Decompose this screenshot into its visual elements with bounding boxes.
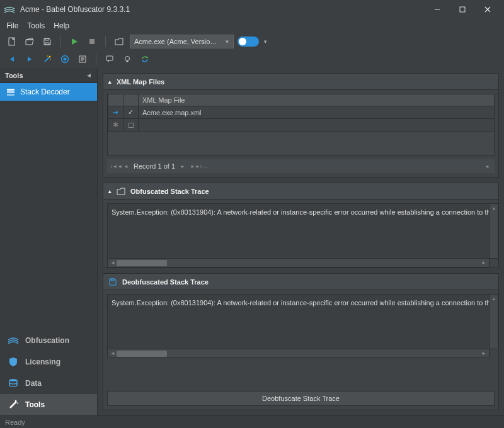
prev-record-button[interactable]: ◄ — [122, 164, 130, 169]
sidebar-title: Tools — [5, 72, 23, 79]
svg-marker-20 — [108, 60, 110, 62]
chevron-down-icon[interactable]: ▼ — [263, 39, 268, 45]
cell-filename: Acme.exe.map.xml — [138, 106, 494, 118]
grid-empty-area — [107, 132, 495, 155]
panel-title: XML Map Files — [117, 78, 164, 86]
svg-point-14 — [64, 58, 67, 61]
record-indicator: Record 1 of 1 — [134, 162, 175, 170]
svg-rect-25 — [7, 89, 14, 91]
deobfuscate-button[interactable]: Deobfuscate Stack Trace — [107, 391, 495, 406]
svg-point-10 — [49, 56, 51, 58]
assembly-dropdown[interactable]: Acme.exe (Acme, Versio… ▼ — [130, 35, 234, 48]
chevron-down-icon: ▼ — [224, 39, 229, 45]
scroll-left-icon[interactable]: ◄ — [109, 260, 117, 266]
obfuscated-trace-text[interactable]: System.Exception: (0x80131904): A networ… — [107, 203, 490, 259]
svg-marker-31 — [17, 402, 18, 404]
scroll-right-icon[interactable]: ► — [480, 260, 488, 266]
svg-point-11 — [47, 55, 48, 57]
scroll-thumb[interactable] — [117, 260, 167, 266]
window-title: Acme - Babel Obfuscator 9.3.3.1 — [20, 5, 425, 14]
menu-tools[interactable]: Tools — [27, 21, 45, 30]
nav-label: Obfuscation — [25, 336, 69, 345]
stack-icon — [6, 87, 15, 96]
target-icon[interactable] — [58, 52, 72, 66]
svg-rect-6 — [89, 39, 94, 44]
nav-obfuscation[interactable]: Obfuscation — [0, 330, 97, 351]
svg-point-12 — [50, 59, 51, 60]
next-record-button[interactable]: ► — [179, 164, 186, 169]
svg-point-28 — [9, 379, 17, 381]
panel-title: Deobfuscated Stack Trace — [122, 278, 209, 286]
sidebar-item-stack-decoder[interactable]: Stack Decoder — [0, 83, 97, 101]
grid-row[interactable]: ➔ ✓ Acme.exe.map.xml — [107, 106, 495, 119]
deobfuscate-button-label: Deobfuscate Stack Trace — [262, 395, 340, 402]
stop-button[interactable] — [85, 35, 99, 48]
scroll-up-button[interactable]: ▴ — [490, 203, 498, 259]
svg-marker-7 — [10, 57, 14, 62]
deobfuscated-trace-text[interactable]: System.Exception: (0x80131904): A networ… — [107, 294, 490, 349]
svg-line-29 — [10, 402, 16, 408]
panel-xml-map: ▴ XML Map Files XML Map File ➔ ✓ Acme.ex… — [103, 73, 499, 177]
open-file-button[interactable] — [23, 35, 37, 48]
menu-file[interactable]: File — [6, 21, 18, 30]
status-text: Ready — [5, 419, 25, 426]
record-navigator: I◄◄ ◄ Record 1 of 1 ► ►►I — ◄ — [107, 159, 495, 173]
sidebar-item-label: Stack Decoder — [20, 87, 70, 96]
scroll-right-icon[interactable]: ► — [480, 351, 488, 356]
wand-icon — [8, 399, 19, 410]
folder-open-icon[interactable] — [117, 187, 125, 196]
sidebar-header: Tools ◄ — [0, 68, 97, 83]
last-record-button[interactable]: ►►I — [190, 164, 198, 169]
refresh-icon[interactable] — [138, 52, 152, 66]
grid-new-row[interactable]: ✱ — [107, 119, 495, 132]
save-file-button[interactable] — [40, 35, 54, 48]
run-button[interactable] — [67, 35, 81, 48]
open-folder-button[interactable] — [112, 35, 126, 48]
svg-rect-19 — [106, 56, 113, 60]
document-icon[interactable] — [76, 52, 89, 66]
panel-deobfuscated-trace: Deobfuscated Stack Trace System.Exceptio… — [103, 273, 499, 410]
nav-tools[interactable]: Tools — [0, 394, 97, 415]
nav-licensing[interactable]: Licensing — [0, 351, 97, 373]
shield-icon — [8, 356, 19, 368]
panel-title: Obfuscated Stack Trace — [130, 188, 209, 195]
h-scrollbar[interactable]: ◄ ► — [107, 349, 490, 358]
scroll-left-icon[interactable]: ◄ — [109, 351, 117, 356]
nav-label: Tools — [25, 400, 45, 409]
collapse-icon[interactable]: ◄ — [86, 72, 92, 79]
nav-label: Licensing — [25, 358, 60, 366]
col-header[interactable]: XML Map File — [138, 94, 494, 106]
menu-help[interactable]: Help — [54, 21, 69, 30]
nav-forward-button[interactable] — [23, 52, 37, 66]
panel-obfuscated-trace: ▴ Obfuscated Stack Trace System.Exceptio… — [103, 183, 499, 268]
scroll-left-button[interactable]: ◄ — [483, 164, 491, 169]
grid-header: XML Map File — [107, 94, 495, 106]
minimize-button[interactable] — [425, 0, 450, 19]
menubar: File Tools Help — [0, 19, 504, 33]
new-file-button[interactable] — [5, 35, 19, 48]
nav-back-button[interactable] — [5, 52, 19, 66]
bulb-icon[interactable] — [120, 52, 134, 66]
scroll-thumb[interactable] — [117, 351, 167, 357]
close-button[interactable] — [475, 0, 500, 19]
chat-icon[interactable] — [103, 52, 117, 66]
maximize-button[interactable] — [450, 0, 475, 19]
svg-line-9 — [45, 57, 50, 62]
svg-point-21 — [125, 57, 130, 61]
svg-marker-8 — [28, 57, 32, 62]
h-scrollbar[interactable]: ◄ ► — [107, 259, 490, 268]
wand-icon[interactable] — [40, 52, 54, 66]
scroll-up-button[interactable]: ▴ — [490, 294, 498, 349]
svg-rect-1 — [460, 7, 465, 12]
nav-data[interactable]: Data — [0, 373, 97, 394]
assembly-dropdown-text: Acme.exe (Acme, Versio… — [134, 38, 217, 45]
save-icon[interactable] — [108, 278, 117, 286]
toolbar-main: Acme.exe (Acme, Versio… ▼ ▼ — [0, 33, 504, 50]
first-record-button[interactable]: I◄◄ — [111, 164, 118, 169]
chevron-up-icon[interactable]: ▴ — [108, 188, 112, 194]
status-bar: Ready — [0, 415, 504, 428]
remove-record-button[interactable]: — — [202, 164, 209, 169]
chevron-up-icon[interactable]: ▴ — [108, 79, 112, 85]
toggle-switch[interactable] — [238, 37, 259, 47]
svg-rect-27 — [7, 94, 14, 96]
